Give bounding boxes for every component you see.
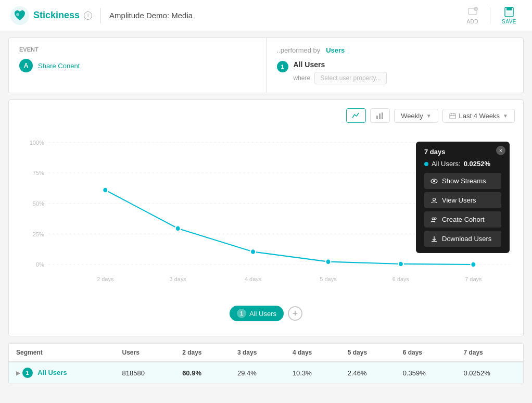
segment-name: All Users	[294, 60, 387, 69]
svg-text:3 days: 3 days	[170, 276, 187, 282]
col-3days: 3 days	[230, 344, 285, 362]
row-day2: 60.9%	[175, 362, 230, 384]
svg-point-27	[250, 249, 256, 255]
svg-text:50%: 50%	[33, 200, 44, 207]
table-body: ▶ 1 All Users 818580 60.9% 29.4% 10.3% 2…	[9, 362, 523, 384]
tooltip-value: 0.0252%	[464, 160, 490, 168]
svg-text:7 days: 7 days	[465, 276, 482, 282]
chart-area: 100% 75% 50% 25% 0% 2 days 3 days	[17, 131, 515, 299]
calendar-icon	[449, 112, 456, 119]
svg-rect-6	[506, 7, 512, 10]
svg-text:0%: 0%	[36, 261, 44, 268]
svg-text:25%: 25%	[33, 231, 44, 237]
create-cohort-button[interactable]: Create Cohort	[424, 211, 501, 228]
add-segment-button[interactable]: +	[288, 306, 302, 321]
row-badge: 1	[22, 368, 33, 378]
segment-num: 1	[277, 61, 288, 72]
svg-point-29	[398, 261, 403, 267]
col-users: Users	[115, 344, 175, 362]
event-left: Event A Share Conent	[9, 38, 267, 93]
tooltip-all-users: All Users:	[432, 160, 461, 168]
svg-point-28	[326, 259, 331, 265]
event-label: Event	[19, 46, 256, 53]
svg-point-1	[16, 13, 19, 16]
tooltip-header: 7 days	[424, 148, 501, 156]
svg-text:2 days: 2 days	[97, 276, 114, 282]
row-segment: ▶ 1 All Users	[9, 362, 115, 384]
users-link[interactable]: Users	[326, 46, 345, 54]
svg-rect-7	[506, 12, 512, 16]
line-chart-button[interactable]	[346, 108, 366, 123]
cohort-icon	[430, 216, 438, 223]
save-button[interactable]: SAVE	[497, 3, 522, 28]
tooltip-close-button[interactable]: ×	[496, 146, 505, 155]
add-button[interactable]: + ADD	[461, 3, 484, 28]
svg-point-41	[434, 218, 436, 220]
row-day7: 0.0252%	[456, 362, 523, 384]
event-letter: A	[19, 59, 33, 72]
svg-rect-9	[379, 114, 381, 119]
segment-item: 1 All Users where Select user property..…	[277, 60, 513, 84]
tooltip-dot	[424, 162, 428, 166]
svg-text:100%: 100%	[30, 139, 44, 145]
logo-icon	[10, 6, 29, 25]
user-icon	[430, 197, 438, 204]
row-day3: 29.4%	[230, 362, 285, 384]
table-row[interactable]: ▶ 1 All Users 818580 60.9% 29.4% 10.3% 2…	[9, 362, 523, 384]
date-range-dropdown[interactable]: Last 4 Weeks ▼	[442, 109, 515, 123]
show-streams-button[interactable]: Show Streams	[424, 173, 501, 189]
download-users-button[interactable]: Download Users	[424, 231, 501, 247]
header-sep	[490, 8, 490, 23]
row-users: 818580	[115, 362, 175, 384]
view-users-button[interactable]: View Users	[424, 192, 501, 208]
info-icon[interactable]: i	[84, 11, 92, 20]
header: Stickiness i Amplitude Demo: Media + ADD…	[0, 0, 532, 31]
col-2days: 2 days	[175, 344, 230, 362]
logo-text: Stickiness	[33, 10, 80, 21]
svg-point-39	[433, 198, 436, 200]
event-row: Event A Share Conent ..performed by User…	[9, 38, 523, 93]
row-day4: 10.3%	[285, 362, 340, 384]
svg-text:5 days: 5 days	[320, 276, 337, 282]
segment-info: All Users where Select user property...	[294, 60, 387, 84]
event-item: A Share Conent	[19, 59, 256, 72]
event-right: ..performed by Users 1 All Users where S…	[267, 38, 524, 93]
performed-by-label: ..performed by Users	[277, 46, 513, 54]
event-name[interactable]: Share Conent	[38, 62, 80, 70]
row-expand[interactable]: ▶	[16, 370, 20, 376]
chart-tooltip: × 7 days All Users: 0.0252% Show Streams	[416, 142, 510, 253]
col-5days: 5 days	[340, 344, 396, 362]
header-divider	[100, 8, 101, 23]
svg-point-30	[471, 262, 476, 268]
chart-controls: Weekly ▼ Last 4 Weeks ▼	[17, 108, 515, 123]
row-day5: 2.46%	[340, 362, 396, 384]
property-select[interactable]: Select user property...	[314, 72, 387, 84]
svg-point-38	[433, 180, 435, 182]
svg-text:6 days: 6 days	[392, 276, 410, 282]
logo-area: Stickiness i	[10, 6, 92, 25]
data-table: Segment Users 2 days 3 days 4 days 5 day…	[9, 343, 523, 384]
col-7days: 7 days	[456, 344, 523, 362]
weekly-dropdown[interactable]: Weekly ▼	[394, 109, 438, 123]
svg-text:75%: 75%	[33, 170, 44, 176]
event-panel: Event A Share Conent ..performed by User…	[8, 37, 524, 93]
col-6days: 6 days	[396, 344, 457, 362]
svg-text:4 days: 4 days	[245, 276, 262, 282]
row-segment-name: All Users	[37, 369, 67, 376]
tooltip-value-row: All Users: 0.0252%	[424, 160, 501, 168]
svg-rect-10	[382, 112, 383, 119]
row-day6: 0.359%	[396, 362, 457, 384]
col-segment: Segment	[9, 344, 115, 362]
weekly-caret: ▼	[426, 113, 432, 119]
table-panel: Segment Users 2 days 3 days 4 days 5 day…	[8, 343, 524, 384]
bar-chart-button[interactable]	[370, 108, 390, 123]
svg-point-26	[175, 225, 181, 231]
chart-panel: Weekly ▼ Last 4 Weeks ▼ 100% 75% 50%	[8, 99, 524, 336]
header-row: Segment Users 2 days 3 days 4 days 5 day…	[9, 344, 523, 362]
tag-num: 1	[237, 309, 246, 318]
svg-rect-8	[376, 116, 378, 119]
segment-tags: 1 All Users +	[17, 306, 515, 321]
tag-label: All Users	[249, 310, 276, 318]
project-title: Amplitude Demo: Media	[109, 11, 193, 20]
all-users-tag[interactable]: 1 All Users	[230, 306, 284, 321]
